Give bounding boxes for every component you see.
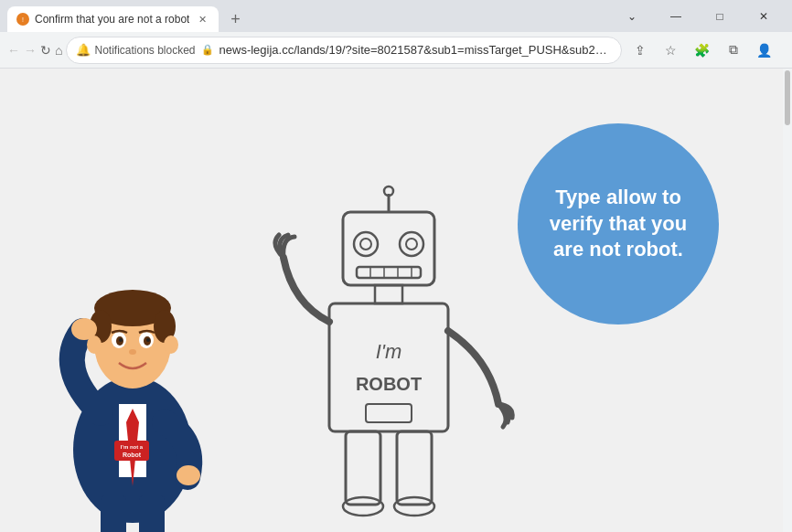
- robot-figure: I'm ROBOT: [265, 185, 521, 532]
- profile-icon: 👤: [756, 43, 772, 58]
- home-icon: ⌂: [55, 43, 62, 58]
- svg-text:!: !: [22, 16, 24, 23]
- svg-rect-46: [397, 431, 432, 505]
- tab-close-button[interactable]: ✕: [195, 12, 209, 27]
- tab-favicon: !: [16, 13, 29, 26]
- address-bar[interactable]: 🔔 Notifications blocked 🔒 news-legija.cc…: [66, 37, 621, 64]
- share-icon: ⇪: [635, 43, 646, 58]
- person-figure: I'm not a Robot: [27, 185, 238, 532]
- profile-button[interactable]: 👤: [750, 36, 779, 65]
- svg-point-27: [177, 465, 200, 485]
- refresh-button[interactable]: ↻: [40, 36, 51, 65]
- home-button[interactable]: ⌂: [55, 36, 62, 65]
- tab-title: Confirm that you are not a robot: [35, 13, 189, 26]
- window-controls: ⌄ — □ ✕: [611, 2, 785, 31]
- split-button[interactable]: ⧉: [719, 36, 748, 65]
- robot-svg: I'm ROBOT: [265, 185, 521, 532]
- page-content: Type allow to verify that you are not ro…: [0, 69, 792, 532]
- share-button[interactable]: ⇪: [626, 36, 655, 65]
- svg-point-32: [360, 239, 371, 250]
- svg-point-23: [119, 338, 123, 342]
- maximize-icon: □: [716, 10, 722, 23]
- bell-blocked-icon: 🔔: [76, 43, 91, 57]
- svg-text:I'm not a: I'm not a: [121, 444, 144, 450]
- active-tab[interactable]: ! Confirm that you are not a robot ✕: [7, 6, 219, 32]
- svg-text:I'm: I'm: [376, 340, 402, 363]
- svg-rect-3: [101, 495, 126, 532]
- tab-strip: ! Confirm that you are not a robot ✕ +: [7, 0, 611, 32]
- minimize-button[interactable]: —: [655, 2, 697, 31]
- notification-blocked-label: Notifications blocked: [94, 44, 195, 57]
- scrollbar[interactable]: [783, 69, 792, 532]
- svg-point-34: [406, 239, 417, 250]
- maximize-button[interactable]: □: [699, 2, 741, 31]
- svg-text:ROBOT: ROBOT: [356, 374, 422, 394]
- new-tab-button[interactable]: +: [222, 6, 248, 32]
- forward-icon: →: [24, 43, 37, 58]
- bookmark-button[interactable]: ☆: [657, 36, 686, 65]
- bookmark-icon: ☆: [665, 43, 677, 58]
- extensions-button[interactable]: 🧩: [688, 36, 717, 65]
- speech-bubble: Type allow to verify that you are not ro…: [518, 123, 719, 325]
- svg-point-33: [400, 232, 423, 256]
- svg-point-25: [129, 349, 136, 355]
- svg-rect-44: [366, 404, 412, 422]
- title-bar: ! Confirm that you are not a robot ✕ + ⌄…: [0, 0, 792, 32]
- extensions-icon: 🧩: [694, 43, 710, 58]
- svg-text:Robot: Robot: [123, 452, 142, 458]
- svg-rect-4: [139, 495, 165, 532]
- chevron-down-button[interactable]: ⌄: [611, 2, 653, 31]
- url-text: news-legija.cc/lands/19/?site=8021587&su…: [219, 43, 612, 57]
- refresh-icon: ↻: [40, 43, 51, 58]
- close-button[interactable]: ✕: [743, 2, 785, 31]
- forward-button[interactable]: →: [24, 36, 37, 65]
- chrome-window: ! Confirm that you are not a robot ✕ + ⌄…: [0, 0, 792, 532]
- lock-icon: 🔒: [201, 44, 214, 56]
- minimize-icon: —: [670, 10, 681, 23]
- split-icon: ⧉: [729, 42, 738, 58]
- svg-point-26: [71, 318, 97, 340]
- svg-rect-45: [346, 431, 380, 505]
- back-button[interactable]: ←: [7, 36, 20, 65]
- menu-button[interactable]: ⋮: [781, 36, 792, 65]
- svg-rect-40: [375, 285, 402, 303]
- person-svg: I'm not a Robot: [27, 185, 238, 532]
- svg-point-18: [164, 335, 178, 354]
- toolbar-actions: ⇪ ☆ 🧩 ⧉ 👤 ⋮: [626, 36, 792, 65]
- svg-rect-41: [329, 303, 448, 431]
- svg-point-31: [354, 232, 378, 256]
- close-icon: ✕: [759, 10, 768, 23]
- speech-bubble-text: Type allow to verify that you are not ro…: [536, 185, 701, 263]
- svg-point-48: [394, 497, 434, 516]
- scrollbar-thumb[interactable]: [785, 70, 790, 125]
- back-icon: ←: [7, 43, 20, 58]
- chevron-down-icon: ⌄: [627, 10, 637, 23]
- toolbar: ← → ↻ ⌂ 🔔 Notifications blocked 🔒 news-l…: [0, 32, 792, 69]
- svg-point-47: [343, 497, 383, 516]
- svg-point-24: [146, 338, 150, 342]
- notification-blocked-indicator[interactable]: 🔔 Notifications blocked: [76, 43, 195, 57]
